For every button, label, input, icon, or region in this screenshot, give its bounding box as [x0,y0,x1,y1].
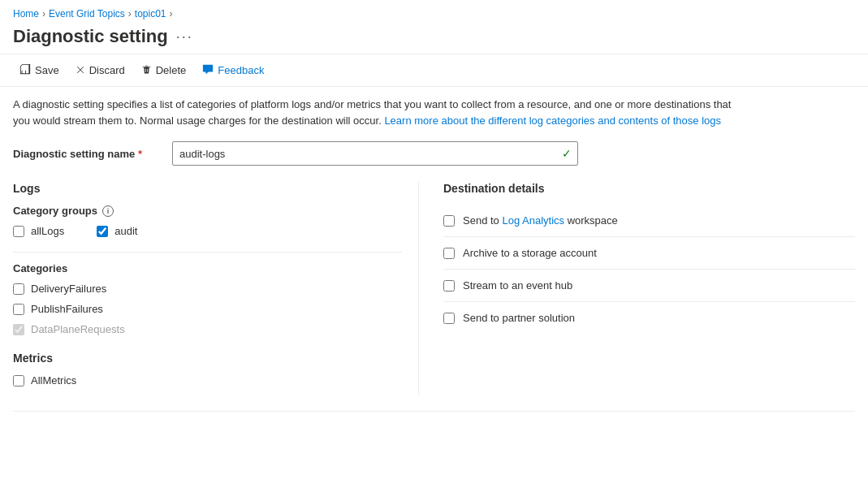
category-groups-checkboxes: allLogs audit [13,225,402,245]
learn-more-link[interactable]: Learn more about the different log categ… [384,114,721,127]
categories-title: Categories [13,262,402,274]
breadcrumb-topic[interactable]: topic01 [135,8,166,19]
save-icon [19,63,31,77]
two-col-layout: Logs Category groups i allLogs audit C [13,182,855,395]
partner-solution-checkbox[interactable] [443,313,455,324]
destination-partner-solution: Send to partner solution [443,302,855,334]
diagnostic-name-input-wrapper: ✓ [172,141,578,166]
data-plane-requests-row: DataPlaneRequests [13,323,402,335]
metrics-section-title: Metrics [13,352,402,365]
category-groups-title: Category groups i [13,205,402,217]
diagnostic-name-label: Diagnostic setting name * [13,148,159,160]
logs-section: Logs Category groups i allLogs audit C [13,182,419,395]
storage-account-checkbox[interactable] [443,248,455,259]
breadcrumb-event-grid-topics[interactable]: Event Grid Topics [49,8,125,19]
delivery-failures-row: DeliveryFailures [13,283,402,295]
feedback-icon [202,63,214,77]
event-hub-label: Stream to an event hub [463,279,572,292]
breadcrumb-home[interactable]: Home [13,8,39,19]
delivery-failures-checkbox[interactable] [13,283,24,295]
all-metrics-row: AllMetrics [13,374,402,387]
bottom-divider [13,411,855,412]
toolbar: Save Discard Delete Feedback [0,54,868,87]
storage-account-label: Archive to a storage account [463,247,597,259]
category-groups-info-icon[interactable]: i [102,205,114,217]
destination-event-hub: Stream to an event hub [443,270,855,302]
logs-section-title: Logs [13,182,402,195]
audit-checkbox[interactable] [97,226,108,237]
diagnostic-name-field: Diagnostic setting name * ✓ [13,141,855,166]
destination-storage-account: Archive to a storage account [443,237,855,270]
description-text: A diagnostic setting specifies a list of… [13,97,744,128]
discard-button[interactable]: Discard [69,60,132,81]
event-hub-checkbox[interactable] [443,280,455,292]
all-metrics-checkbox[interactable] [13,375,24,387]
allLogs-checkbox-row[interactable]: allLogs [13,225,64,237]
more-options-icon[interactable]: ··· [176,28,193,45]
page-title-row: Diagnostic setting ··· [0,23,868,54]
partner-solution-label: Send to partner solution [463,312,575,324]
destination-section: Destination details Send to Log Analytic… [419,182,855,395]
input-valid-icon: ✓ [562,147,572,160]
metrics-section: Metrics AllMetrics [13,352,402,387]
main-content: A diagnostic setting specifies a list of… [0,87,868,421]
feedback-button[interactable]: Feedback [196,59,270,81]
destination-log-analytics: Send to Log Analytics workspace [443,205,855,237]
data-plane-requests-checkbox[interactable] [13,324,24,335]
allLogs-checkbox[interactable] [13,226,24,237]
delete-button[interactable]: Delete [135,60,193,81]
destination-section-title: Destination details [443,182,855,195]
save-button[interactable]: Save [13,59,66,81]
page-title: Diagnostic setting [13,26,168,47]
delete-icon [141,64,152,77]
close-icon [76,64,85,77]
logs-divider [13,252,402,253]
log-analytics-label: Send to Log Analytics workspace [463,214,618,227]
publish-failures-checkbox[interactable] [13,304,24,315]
diagnostic-name-input[interactable] [172,141,578,166]
breadcrumb: Home › Event Grid Topics › topic01 › [0,0,868,23]
log-analytics-link[interactable]: Log Analytics [502,214,564,227]
audit-checkbox-row[interactable]: audit [97,225,137,237]
publish-failures-row: PublishFailures [13,303,402,315]
log-analytics-checkbox[interactable] [443,215,455,227]
